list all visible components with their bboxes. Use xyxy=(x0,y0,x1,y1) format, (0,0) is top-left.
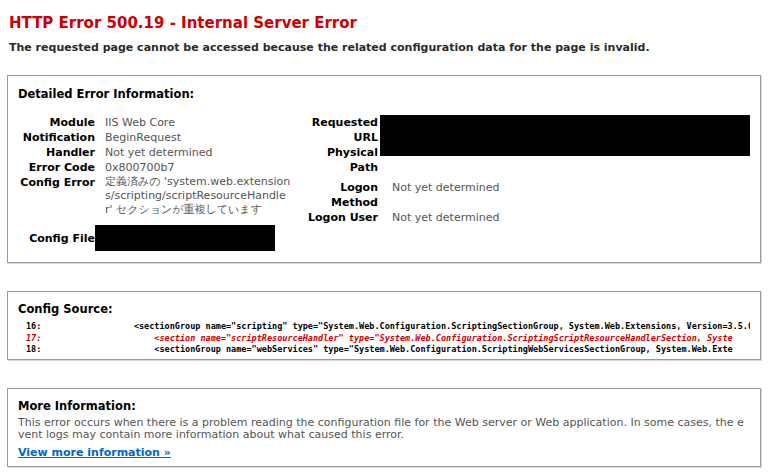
config-source-heading: Config Source: xyxy=(18,302,750,316)
detail-row-error-code: Error Code 0x800700b7 xyxy=(18,160,295,175)
module-value: IIS Web Core xyxy=(105,115,175,130)
line-code-16: <sectionGroup name="scripting" type="Sys… xyxy=(52,321,750,333)
logon-user-value: Not yet determined xyxy=(392,210,500,225)
logon-method-label: Logon Method xyxy=(295,180,378,210)
logon-user-label: Logon User xyxy=(295,210,378,225)
more-info-body: This error occurs when there is a proble… xyxy=(18,417,748,441)
line-number-18: 18: xyxy=(18,344,44,356)
handler-value: Not yet determined xyxy=(105,145,213,160)
code-line-16: 16: <sectionGroup name="scripting" type=… xyxy=(18,321,750,333)
line-code-17: <section name="scriptResourceHandler" ty… xyxy=(52,333,733,345)
line-number-17: 17: xyxy=(18,333,44,345)
detail-row-config-file: Config File xyxy=(18,225,295,251)
line-number-16: 16: xyxy=(18,321,44,333)
view-more-information-link[interactable]: View more information » xyxy=(18,447,171,459)
line-code-18: <sectionGroup name="webServices" type="S… xyxy=(52,344,733,356)
detail-right-column: Requested URL Physical Path Logon Method… xyxy=(295,115,750,251)
handler-label: Handler xyxy=(18,145,95,160)
url-path-redaction-box xyxy=(380,115,750,156)
error-code-value: 0x800700b7 xyxy=(105,160,174,175)
error-title: HTTP Error 500.19 - Internal Server Erro… xyxy=(9,14,768,32)
more-info-panel: More Information: This error occurs when… xyxy=(7,388,761,467)
code-line-18: 18: <sectionGroup name="webServices" typ… xyxy=(18,344,750,356)
module-label: Module xyxy=(18,115,95,130)
error-code-label: Error Code xyxy=(18,160,95,175)
config-file-label: Config File xyxy=(18,232,95,245)
code-line-17-error: 17: <section name="scriptResourceHandler… xyxy=(18,333,750,345)
logon-method-value: Not yet determined xyxy=(392,180,500,210)
detail-row-config-error: Config Error 定義済みの 'system.web.extension… xyxy=(18,175,295,217)
detail-row-url-path: Requested URL Physical Path xyxy=(295,115,750,175)
config-source-panel: Config Source: 16: <sectionGroup name="s… xyxy=(7,291,761,360)
detailed-error-info-heading: Detailed Error Information: xyxy=(18,87,750,101)
detail-row-logon-user: Logon User Not yet determined xyxy=(295,210,750,225)
detailed-error-info-panel: Detailed Error Information: Module IIS W… xyxy=(7,75,761,263)
notification-value: BeginRequest xyxy=(105,130,181,145)
detail-row-notification: Notification BeginRequest xyxy=(18,130,295,145)
iis-error-page: HTTP Error 500.19 - Internal Server Erro… xyxy=(0,0,768,473)
physical-path-label: Physical Path xyxy=(295,145,378,175)
error-subtitle: The requested page cannot be accessed be… xyxy=(9,41,759,54)
config-file-redaction-box xyxy=(95,225,275,251)
config-source-code: 16: <sectionGroup name="scripting" type=… xyxy=(18,321,750,356)
detail-row-module: Module IIS Web Core xyxy=(18,115,295,130)
requested-url-label: Requested URL xyxy=(295,115,378,145)
detail-left-column: Module IIS Web Core Notification BeginRe… xyxy=(18,115,295,251)
notification-label: Notification xyxy=(18,130,95,145)
config-error-label: Config Error xyxy=(18,175,95,217)
config-error-value: 定義済みの 'system.web.extensions/scripting/s… xyxy=(105,175,291,217)
url-path-labels: Requested URL Physical Path xyxy=(295,115,378,175)
detail-columns: Module IIS Web Core Notification BeginRe… xyxy=(18,115,750,251)
detail-row-handler: Handler Not yet determined xyxy=(18,145,295,160)
detail-row-logon-method: Logon Method Not yet determined xyxy=(295,180,750,210)
more-info-heading: More Information: xyxy=(18,399,750,413)
